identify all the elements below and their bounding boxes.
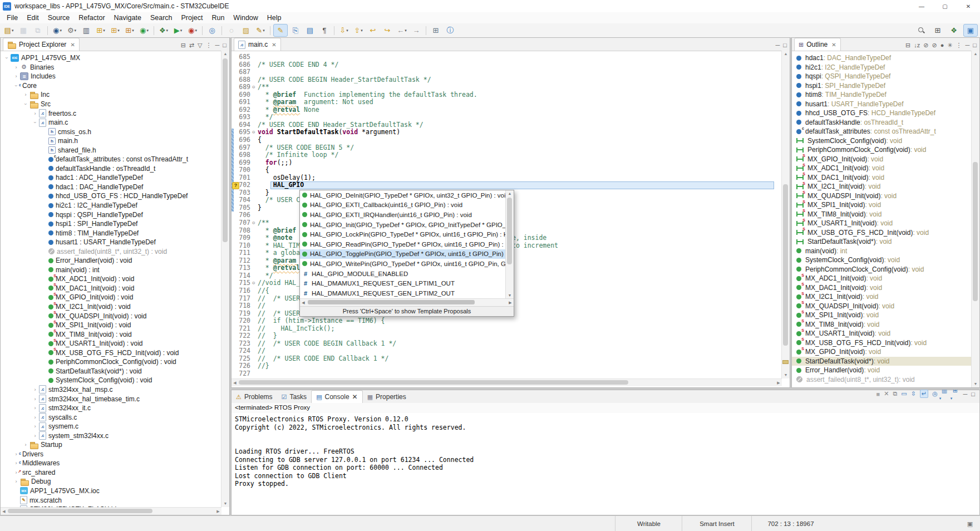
content-assist-marker-icon[interactable]: ?	[232, 182, 239, 189]
open-perspective-button[interactable]: ⊞	[931, 24, 944, 36]
code-line[interactable]: 694/* USER CODE END Header_StartDefaultT…	[232, 121, 782, 129]
code-line[interactable]: 720// if (htim->Instance == TIM6) {	[232, 317, 782, 325]
collapse-all-icon[interactable]: ⊟	[181, 42, 186, 48]
last-edit-location-button[interactable]: ⇩▾	[337, 24, 351, 36]
fold-icon[interactable]: ⊖	[252, 219, 257, 227]
outline-item[interactable]: PeriphCommonClock_Config(void) : void	[792, 265, 972, 274]
scroll-up-icon[interactable]: ▲	[972, 51, 979, 57]
tree-item[interactable]: hadc1 : ADC_HandleTypeDef	[1, 173, 221, 183]
view-menu-icon[interactable]: ⋮	[206, 42, 212, 48]
tree-item[interactable]: htim8 : TIM_HandleTypeDef	[1, 228, 221, 238]
debug-button[interactable]: ❖▾	[157, 24, 170, 36]
tree-item[interactable]: ›.cstm32l4xx_hal_timebase_tim.c	[1, 394, 221, 404]
expand-icon[interactable]: ›	[22, 92, 29, 97]
tree-item[interactable]: ›.cstm32l4xx_it.c	[1, 404, 221, 413]
code-line[interactable]: 698 /* Infinite loop */	[232, 151, 782, 159]
back-history-button[interactable]: ↩	[366, 24, 380, 36]
menu-window[interactable]: Window	[229, 14, 262, 22]
expand-icon[interactable]: ›	[31, 415, 39, 420]
popup-vertical-scrollbar[interactable]: ▲ ▼	[505, 190, 514, 298]
code-line[interactable]: 687	[232, 68, 782, 76]
expand-icon[interactable]: ›	[32, 119, 38, 126]
outline-item[interactable]: hdac1 : DAC_HandleTypeDef	[792, 53, 972, 63]
scroll-right-icon[interactable]: ▶	[215, 508, 221, 515]
console-output[interactable]: STMicroelectronics RTOS Proxy. Version 0…	[232, 413, 979, 515]
editor-outline-splitter[interactable]	[790, 37, 791, 388]
expand-icon[interactable]: ›	[31, 387, 39, 392]
outline-item[interactable]: defaultTaskHandle : osThreadId_t	[792, 118, 972, 127]
completion-item[interactable]: HAL_GPIO_Init(GPIO_TypeDef * GPIOx, GPIO…	[300, 220, 506, 230]
close-icon[interactable]: ✕	[272, 42, 276, 48]
tree-item[interactable]: SMX_SPI1_Init(void) : void	[1, 321, 221, 330]
expand-icon[interactable]: ›	[31, 111, 39, 116]
tree-item[interactable]: MXAPP1_L475VG_MX.ioc	[1, 486, 221, 496]
tree-item[interactable]: StartDefaultTask(void*) : void	[1, 367, 221, 376]
tree-item[interactable]: SMX_DAC1_Init(void) : void	[1, 284, 221, 293]
minimize-button[interactable]: —	[910, 0, 933, 12]
tree-item[interactable]: cdefaultTask_attributes : const osThread…	[1, 155, 221, 164]
menu-source[interactable]: Source	[43, 14, 75, 22]
outline-item[interactable]: SMX_DAC1_Init(void) : void	[792, 283, 972, 293]
code-line[interactable]: 725// /* USER CODE END Callback 1 */	[232, 355, 782, 363]
menu-edit[interactable]: Edit	[22, 14, 43, 22]
outline-item[interactable]: assert_failed(uint8_t*, uint32_t) : void	[792, 375, 972, 385]
current-code-line[interactable]: ?702 HAL_GPIO	[232, 181, 782, 189]
outline-item[interactable]: hi2c1 : I2C_HandleTypeDef	[792, 63, 972, 72]
tree-item[interactable]: SMX_GPIO_Init(void) : void	[1, 293, 221, 302]
expand-icon[interactable]: ›	[31, 396, 39, 402]
code-line[interactable]: 724//	[232, 347, 782, 355]
scroll-down-icon[interactable]: ▼	[221, 500, 229, 507]
close-icon[interactable]: ✕	[352, 393, 358, 401]
remove-launch-icon[interactable]: ✕	[884, 390, 889, 397]
completion-item-selected[interactable]: HAL_GPIO_TogglePin(GPIO_TypeDef * GPIOx,…	[300, 249, 506, 259]
expand-icon[interactable]: ›	[13, 82, 19, 90]
expand-icon[interactable]: ›	[12, 479, 20, 484]
tree-item[interactable]: Error_Handler(void) : void	[1, 256, 221, 266]
tree-item[interactable]: ›.cstm32l4xx_hal_msp.c	[1, 385, 221, 395]
editor-console-splitter[interactable]	[231, 388, 980, 390]
completion-item[interactable]: HAL_GPIO_EXTI_IRQHandler(uint16_t GPIO_P…	[300, 210, 506, 220]
new-wizard-button[interactable]: ▤▾	[2, 24, 16, 36]
open-element-button[interactable]: ▨	[239, 24, 253, 36]
code-line[interactable]: 690 * @brief Function implementing the d…	[232, 91, 782, 99]
completion-item[interactable]: HAL_GPIO_ReadPin(GPIO_TypeDef * GPIOx, u…	[300, 239, 506, 249]
tree-item[interactable]: ›cCore	[1, 81, 221, 91]
link-with-editor-icon[interactable]: ✳	[947, 42, 952, 48]
show-whitespace-button[interactable]: ¶	[318, 24, 331, 36]
forward-button[interactable]: →	[410, 24, 423, 36]
tree-item[interactable]: ›.csysmem.c	[1, 422, 221, 431]
tree-item[interactable]: hcmsis_os.h	[1, 127, 221, 136]
menu-refactor[interactable]: Refactor	[74, 14, 109, 22]
menu-navigate[interactable]: Navigate	[110, 14, 146, 22]
tree-item[interactable]: SystemClock_Config(void) : void	[1, 376, 221, 385]
tree-item[interactable]: SMX_QUADSPI_Init(void) : void	[1, 311, 221, 321]
tree-item[interactable]: SMX_USART1_Init(void) : void	[1, 339, 221, 348]
completion-item[interactable]: #HAL_DMAMUX1_REQUEST_GEN_LPTIM2_OUT	[300, 288, 506, 298]
code-line[interactable]: 722// }	[232, 332, 782, 340]
previous-edit-location-button[interactable]: ⇧▾	[352, 24, 365, 36]
tree-item[interactable]: ›≣Includes	[1, 72, 221, 81]
editor-vertical-scrollbar[interactable]: ▲ ▼	[781, 51, 790, 378]
expand-icon[interactable]: ›	[31, 433, 39, 439]
tree-item[interactable]: husart1 : USART_HandleTypeDef	[1, 238, 221, 247]
status-tray-icon[interactable]: ▣	[960, 516, 980, 531]
outline-item[interactable]: SMX_I2C1_Init(void) : void	[792, 182, 972, 191]
close-button[interactable]: ✕	[957, 0, 980, 12]
completion-item[interactable]: #HAL_DMAMUX1_REQUEST_GEN_LPTIM1_OUT	[300, 278, 506, 288]
back-button[interactable]: ←▾	[395, 24, 408, 36]
c-cpp-perspective-button[interactable]: ▣	[963, 24, 978, 37]
scroll-up-icon[interactable]: ▲	[221, 51, 229, 57]
outline-item[interactable]: main(void) : int	[792, 247, 972, 256]
profile-button[interactable]: ◉▾	[186, 24, 199, 36]
forward-history-button[interactable]: ↪	[381, 24, 394, 36]
outline-item[interactable]: StartDefaultTask(void*) : void	[792, 237, 972, 247]
remove-all-launches-icon[interactable]: ⧉	[893, 390, 897, 397]
minimize-icon[interactable]: ─	[776, 42, 780, 48]
link-with-editor-icon[interactable]: ⇄	[189, 42, 194, 48]
maximize-icon[interactable]: □	[971, 391, 975, 397]
outline-item[interactable]: SMX_ADC1_Init(void) : void	[792, 164, 972, 173]
launch-config-button[interactable]: ◉▾	[51, 24, 64, 36]
menu-run[interactable]: Run	[207, 14, 229, 22]
tree-item[interactable]: hqspi : QSPI_HandleTypeDef	[1, 210, 221, 219]
outline-item[interactable]: SMX_QUADSPI_Init(void) : void	[792, 302, 972, 311]
